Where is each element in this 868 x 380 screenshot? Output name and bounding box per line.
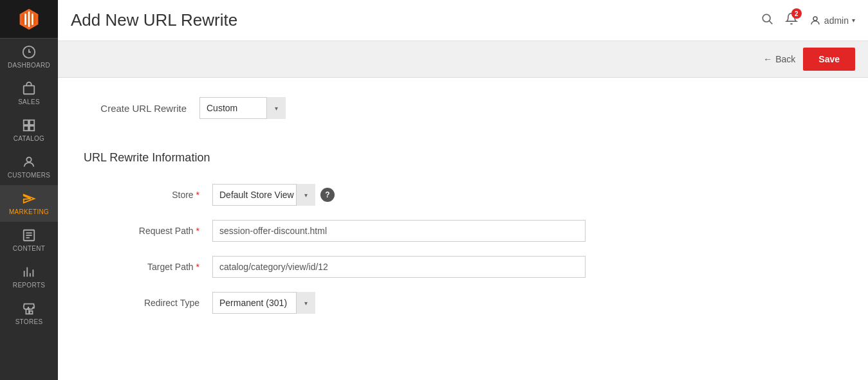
sidebar-item-label: REPORTS [13, 282, 45, 289]
sidebar-item-label: DASHBOARD [8, 62, 50, 69]
svg-rect-4 [24, 126, 28, 131]
target-path-input[interactable] [212, 256, 586, 278]
magento-logo-icon [17, 8, 41, 31]
target-path-label: Target Path [84, 262, 212, 272]
sidebar-item-customers[interactable]: CUSTOMERS [0, 149, 58, 185]
main-content: Add New URL Rewrite 2 ad [58, 0, 868, 380]
section-title: URL Rewrite Information [84, 151, 842, 171]
sidebar-logo [0, 0, 58, 39]
target-path-control-wrap [212, 256, 586, 278]
svg-line-19 [770, 21, 773, 24]
redirect-type-select-wrapper: No Permanent (301) Temporary (302) ▾ [212, 292, 315, 314]
sidebar-item-label: CATALOG [14, 135, 44, 142]
svg-rect-17 [30, 311, 33, 314]
notification-button[interactable]: 2 [785, 12, 798, 28]
sidebar-item-sales[interactable]: SALES [0, 75, 58, 112]
store-select[interactable]: Default Store View [212, 184, 315, 206]
sidebar: DASHBOARD SALES CATALOG CUSTOMERS MARKET… [0, 0, 58, 380]
admin-chevron-icon: ▾ [852, 17, 855, 24]
search-icon [761, 12, 773, 25]
svg-marker-7 [24, 195, 35, 203]
sidebar-item-reports[interactable]: REPORTS [0, 258, 58, 295]
request-path-row: Request Path [84, 220, 842, 242]
sales-icon [22, 82, 36, 96]
create-url-rewrite-select[interactable]: Custom For category For product For CMS … [199, 97, 286, 119]
top-header: Add New URL Rewrite 2 ad [58, 0, 868, 41]
create-url-rewrite-select-wrapper: Custom For category For product For CMS … [199, 97, 286, 119]
redirect-type-row: Redirect Type No Permanent (301) Tempora… [84, 292, 842, 314]
save-button[interactable]: Save [803, 48, 855, 71]
redirect-type-select[interactable]: No Permanent (301) Temporary (302) [212, 292, 315, 314]
back-arrow-icon: ← [763, 54, 772, 64]
admin-menu-button[interactable]: admin ▾ [809, 15, 855, 26]
store-control-wrap: Default Store View ▾ ? [212, 184, 335, 206]
admin-label: admin [824, 15, 849, 26]
page-title: Add New URL Rewrite [71, 10, 237, 30]
svg-rect-3 [30, 120, 34, 125]
request-path-label: Request Path [84, 226, 212, 236]
content-area: Create URL Rewrite Custom For category F… [58, 78, 868, 380]
request-path-input[interactable] [212, 220, 586, 242]
reports-icon [22, 265, 36, 279]
sidebar-item-label: CUSTOMERS [8, 172, 50, 179]
back-label: Back [775, 54, 795, 64]
store-help-icon[interactable]: ? [320, 188, 335, 202]
svg-rect-16 [26, 309, 29, 314]
target-path-row: Target Path [84, 256, 842, 278]
action-bar: ← Back Save [58, 41, 868, 78]
sidebar-item-label: SALES [18, 98, 40, 105]
svg-point-18 [762, 14, 770, 22]
sidebar-item-stores[interactable]: STORES [0, 295, 58, 332]
sidebar-item-marketing[interactable]: MARKETING [0, 185, 58, 222]
catalog-icon [22, 118, 36, 132]
notification-badge: 2 [791, 8, 802, 19]
sidebar-item-label: CONTENT [13, 245, 45, 252]
content-icon [22, 228, 36, 242]
sidebar-item-dashboard[interactable]: DASHBOARD [0, 39, 58, 75]
question-mark: ? [325, 190, 329, 199]
svg-rect-5 [30, 126, 34, 131]
svg-rect-2 [24, 120, 28, 125]
dashboard-icon [22, 45, 36, 59]
user-icon [809, 15, 821, 26]
marketing-icon [22, 192, 36, 206]
create-url-rewrite-label: Create URL Rewrite [84, 103, 187, 114]
search-button[interactable] [761, 12, 773, 28]
request-path-control-wrap [212, 220, 586, 242]
redirect-type-control-wrap: No Permanent (301) Temporary (302) ▾ [212, 292, 315, 314]
sidebar-item-label: MARKETING [9, 208, 49, 215]
svg-point-20 [813, 17, 817, 21]
sidebar-item-content[interactable]: CONTENT [0, 222, 58, 258]
sidebar-item-catalog[interactable]: CATALOG [0, 112, 58, 149]
header-right: 2 admin ▾ [761, 12, 855, 28]
customers-icon [22, 155, 36, 169]
svg-point-6 [26, 158, 31, 162]
create-url-rewrite-row: Create URL Rewrite Custom For category F… [84, 97, 842, 132]
sidebar-item-label: STORES [15, 318, 43, 325]
redirect-type-label: Redirect Type [84, 298, 212, 308]
store-label: Store [84, 190, 212, 200]
store-row: Store Default Store View ▾ ? [84, 184, 842, 206]
back-button[interactable]: ← Back [763, 54, 795, 64]
stores-icon [22, 302, 36, 316]
svg-rect-1 [24, 86, 35, 94]
store-select-wrapper: Default Store View ▾ [212, 184, 315, 206]
